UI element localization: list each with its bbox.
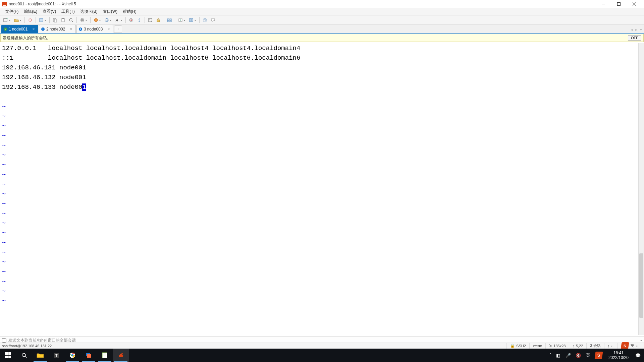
status-size: ⇲135x28 <box>545 343 569 349</box>
tab-close-icon[interactable]: × <box>106 27 111 32</box>
maximize-button[interactable] <box>611 0 627 8</box>
tab-list-icon[interactable]: ▼ <box>639 28 643 32</box>
taskbar-vmware[interactable] <box>80 349 97 362</box>
toolbar-separator <box>175 17 175 23</box>
new-tab-button[interactable]: + <box>177 16 187 24</box>
status-ime-lang[interactable]: 英 <box>631 343 634 348</box>
color-scheme-button[interactable] <box>92 16 102 24</box>
paste-button[interactable] <box>59 16 67 24</box>
broadcast-off-button[interactable]: OFF <box>628 35 641 41</box>
close-button[interactable] <box>627 0 642 8</box>
taskbar-chrome[interactable] <box>64 349 80 362</box>
terminal[interactable]: 127.0.0.1 localhost localhost.localdomai… <box>0 43 644 335</box>
terminal-tilde: ~ <box>2 152 6 159</box>
tab-label: node001 <box>12 27 28 32</box>
scrollbar-thumb[interactable] <box>639 253 643 318</box>
lock-button[interactable] <box>155 16 162 24</box>
svg-rect-43 <box>87 354 91 358</box>
properties-button[interactable] <box>38 16 48 24</box>
tab-close-icon[interactable]: × <box>69 27 73 32</box>
minimize-button[interactable] <box>596 0 611 8</box>
app-icon <box>2 2 7 6</box>
terminal-tilde: ~ <box>2 229 6 237</box>
toolbar-separator <box>24 17 25 23</box>
menu-window[interactable]: 窗口(W) <box>100 8 120 15</box>
font-button[interactable]: A <box>114 16 124 24</box>
terminal-tilde: ~ <box>2 220 6 227</box>
terminal-tilde: ~ <box>2 103 6 110</box>
print-button[interactable] <box>78 16 89 24</box>
reconnect-button[interactable] <box>26 16 34 24</box>
fullscreen-button[interactable] <box>147 16 154 24</box>
tray-overflow-icon[interactable]: ˄ <box>549 353 551 358</box>
svg-point-17 <box>94 18 98 22</box>
tray-volume-icon[interactable]: 🔇 <box>575 352 582 359</box>
search-button[interactable] <box>16 349 32 362</box>
status-arrows: ↕ ↔ <box>604 343 618 349</box>
tab-status-icon: i <box>79 27 82 31</box>
terminal-line: 127.0.0.1 localhost localhost.localdomai… <box>2 45 300 52</box>
feedback-button[interactable] <box>209 16 217 24</box>
menu-tabs[interactable]: 选项卡(B) <box>77 8 100 15</box>
tab-prev-icon[interactable]: ◄ <box>630 28 633 32</box>
copy-button[interactable] <box>51 16 59 24</box>
start-button[interactable] <box>0 349 16 362</box>
svg-rect-28 <box>167 20 169 22</box>
svg-rect-26 <box>167 19 169 20</box>
svg-rect-29 <box>170 20 171 22</box>
tab-close-icon[interactable]: × <box>31 27 36 32</box>
tray-clock[interactable]: 18:41 2022/10/20 <box>606 351 631 360</box>
transfer-button[interactable] <box>136 16 143 24</box>
menu-view[interactable]: 查看(V) <box>40 8 59 15</box>
lock-icon: 🔒 <box>510 344 515 348</box>
tab-next-icon[interactable]: ► <box>635 28 638 32</box>
terminal-tilde: ~ <box>2 171 6 178</box>
tabbar: • 1 node001 × i 2 node002 × i 3 node003 … <box>0 25 644 34</box>
taskbar-xshell[interactable] <box>113 349 129 362</box>
svg-rect-16 <box>81 21 83 22</box>
menu-file[interactable]: 文件(F) <box>3 8 21 15</box>
send-history-icon[interactable]: ▾ <box>640 339 642 342</box>
menu-tools[interactable]: 工具(T) <box>59 8 77 15</box>
tab-node003[interactable]: i 3 node003 × <box>76 25 113 33</box>
terminal-tilde: ~ <box>2 161 6 169</box>
arrange-button[interactable] <box>187 16 198 24</box>
svg-text:T: T <box>55 354 58 358</box>
taskbar-app-1[interactable]: T <box>48 349 64 362</box>
svg-text:A: A <box>115 18 118 22</box>
toolbar-separator <box>145 17 145 23</box>
terminal-tilde: ~ <box>2 122 6 130</box>
svg-rect-1 <box>618 2 621 5</box>
terminal-tilde: ~ <box>2 132 6 139</box>
find-button[interactable] <box>67 16 75 24</box>
menu-help[interactable]: 帮助(H) <box>120 8 139 15</box>
new-session-button[interactable] <box>2 16 12 24</box>
help-button[interactable]: ? <box>201 16 209 24</box>
tray-sogou-icon[interactable]: S <box>594 352 603 359</box>
add-tab-button[interactable]: + <box>114 25 122 33</box>
send-to-all-checkbox[interactable] <box>2 338 6 343</box>
broadcast-text: 发送键盘输入的所有会话。 <box>3 35 628 41</box>
toolbar-separator <box>49 17 50 23</box>
sessions-button[interactable] <box>166 16 173 24</box>
tab-label: node003 <box>87 27 103 32</box>
tray-notifications-icon[interactable]: 💬 <box>635 352 641 359</box>
menu-edit[interactable]: 编辑(E) <box>21 8 40 15</box>
encoding-button[interactable] <box>103 16 113 24</box>
tray-ime-lang[interactable]: 英 <box>585 352 592 359</box>
toolbar-separator <box>76 17 77 23</box>
tab-node001[interactable]: • 1 node001 × <box>1 25 38 33</box>
taskbar-notepad[interactable] <box>97 349 113 362</box>
terminal-tilde: ~ <box>2 142 6 149</box>
taskbar-explorer[interactable] <box>32 349 48 362</box>
tray-icon-1[interactable]: ◧ <box>555 352 561 359</box>
status-ime-punct[interactable]: •, <box>636 344 639 348</box>
tab-node002[interactable]: i 2 node002 × <box>39 25 76 33</box>
terminal-scrollbar[interactable] <box>638 43 644 335</box>
cursor-pos-icon: ↕ <box>573 344 575 348</box>
toolbar-separator <box>125 17 126 23</box>
open-button[interactable] <box>13 16 23 24</box>
terminal-tilde: ~ <box>2 200 6 207</box>
log-button[interactable] <box>127 16 135 24</box>
tray-mic-icon[interactable]: 🎤 <box>565 352 572 359</box>
